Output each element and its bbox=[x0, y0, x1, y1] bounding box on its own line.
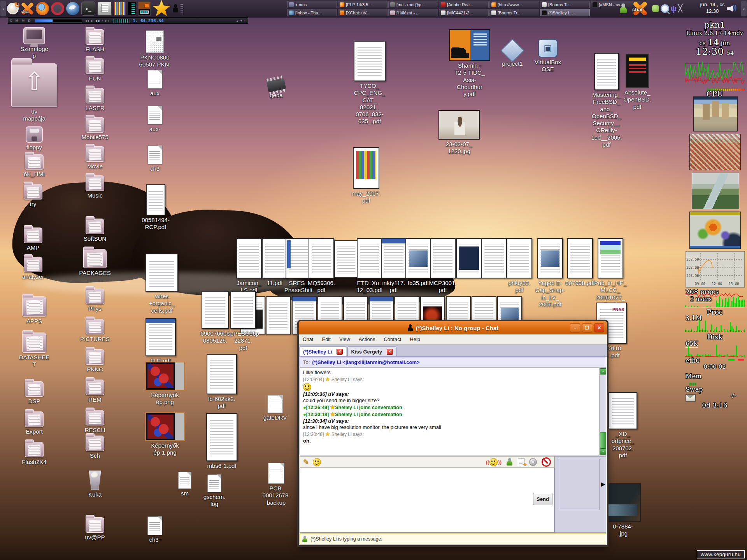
green-bubble-icon[interactable] bbox=[652, 5, 659, 12]
menu-item-view[interactable]: View bbox=[339, 336, 350, 342]
desktop-icon[interactable]: Phys bbox=[72, 289, 118, 312]
taskbar-task[interactable]: [http://www... bbox=[489, 1, 539, 8]
desktop-icon[interactable]: PKNC0800 60507 PKN. xls bbox=[132, 30, 178, 75]
panel-collapse-right[interactable]: › bbox=[741, 1, 747, 16]
desktop-icon[interactable]: Képernyők ép.png bbox=[142, 362, 188, 406]
desktop-icon[interactable]: Absolute_ OpenBSD. pdf bbox=[614, 54, 661, 110]
vis-brown-icon[interactable] bbox=[138, 2, 151, 16]
desktop-icon[interactable]: uv mappája bbox=[11, 63, 58, 122]
desktop-icon[interactable]: ch3 bbox=[132, 145, 178, 172]
send-button[interactable]: Send bbox=[533, 493, 552, 505]
menu-item-actions[interactable]: Actions bbox=[359, 336, 375, 342]
xchat-logo-icon[interactable]: chat bbox=[629, 0, 651, 17]
desktop-icon[interactable]: TYCO_ CPC_ENG_ CAT_ 82021_ 0706_032- 035… bbox=[346, 41, 393, 125]
taskbar-task[interactable]: [mc - root@p... bbox=[388, 1, 438, 8]
desktop-icon[interactable]: analyzer bbox=[10, 257, 56, 280]
desktop-icon[interactable]: PACKAGES bbox=[72, 249, 118, 276]
desktop-icon[interactable]: aux- bbox=[132, 106, 178, 133]
volume-speaker-icon[interactable] bbox=[727, 3, 740, 14]
menu-item-contact[interactable]: Contact bbox=[384, 336, 401, 342]
desktop-icon[interactable]: gateDRV bbox=[252, 395, 298, 421]
desktop-icon[interactable]: Sch bbox=[72, 436, 118, 459]
spectrum-icon[interactable] bbox=[114, 2, 126, 16]
desktop-icon[interactable]: ch3- bbox=[132, 516, 178, 543]
desktop-icon[interactable]: lb-602ak2. pdf bbox=[198, 354, 245, 410]
scroll-thumb[interactable] bbox=[600, 432, 606, 448]
antenna-icon[interactable]: ψ bbox=[671, 4, 677, 13]
desktop-icon[interactable]: geda bbox=[253, 80, 300, 99]
taskbar-task[interactable]: [Bourns Tr... bbox=[540, 1, 590, 8]
desktop-icon[interactable]: Movie bbox=[72, 146, 118, 170]
scroll-down-icon[interactable]: ▼ bbox=[600, 448, 606, 455]
taskbar-task[interactable]: [Hálózat - ... bbox=[388, 9, 438, 16]
chat-tab[interactable]: Kiss Gergely✕ bbox=[347, 346, 396, 356]
desktop-icon[interactable]: gschem. log bbox=[191, 474, 238, 508]
taskbar-task[interactable]: [ELP 14/3,5... bbox=[338, 1, 388, 8]
desktop-icon[interactable]: Export bbox=[11, 411, 58, 435]
taskbar-task[interactable]: [Inbox - Thu... bbox=[287, 9, 337, 16]
magnifier-icon[interactable] bbox=[661, 4, 669, 13]
desktop-icon[interactable]: wires +organic_ cells.pdf bbox=[139, 254, 185, 314]
desktop-icon[interactable]: Music bbox=[72, 175, 118, 199]
desktop-icon[interactable]: PKNC bbox=[72, 349, 118, 373]
desktop-icon[interactable]: Shamin - T2-5 TIDC_ Asia- Choudhur y.pdf bbox=[446, 29, 493, 98]
satellite-icon[interactable]: ╳ bbox=[678, 4, 682, 13]
desktop-icon[interactable]: uv@PP bbox=[72, 517, 118, 541]
close-button[interactable]: ✕ bbox=[594, 323, 604, 332]
desktop-icon[interactable]: 23-03-07_ 1220.jpg bbox=[436, 110, 482, 155]
taskbar-task[interactable]: [Bourns Tr... bbox=[489, 9, 539, 16]
person-mini-icon[interactable] bbox=[172, 4, 179, 13]
menu-item-chat[interactable]: Chat bbox=[303, 336, 313, 342]
webcam-icon[interactable] bbox=[529, 458, 537, 466]
desktop-icon[interactable]: DATASHEE T bbox=[11, 332, 58, 368]
panel-collapse-left[interactable]: ‹ bbox=[0, 1, 6, 16]
scrollbar[interactable]: ▲ ▼ bbox=[599, 368, 606, 455]
send-file-icon[interactable] bbox=[518, 458, 524, 466]
taskbar-task[interactable]: [XChat: uV... bbox=[338, 9, 388, 16]
desktop-icon[interactable]: Kuka bbox=[72, 471, 118, 498]
taskbar-task[interactable]: (*)Shelley L... bbox=[540, 9, 590, 16]
desktop-icon[interactable]: Számítógé p bbox=[11, 27, 58, 60]
chat-tab[interactable]: (*)Shelley Li✕ bbox=[300, 346, 346, 356]
app-finder-icon[interactable] bbox=[7, 3, 19, 14]
desktop-icon[interactable]: 00581494- RCP.pdf bbox=[132, 184, 179, 231]
thunderbird-icon[interactable] bbox=[66, 2, 79, 15]
taskbar-task[interactable]: [Adobe Rea... bbox=[439, 1, 489, 8]
desktop-icon[interactable]: SoftSUN bbox=[72, 219, 118, 242]
menu-item-edit[interactable]: Edit bbox=[322, 336, 330, 342]
font-pencil-icon[interactable]: ✎ bbox=[303, 458, 309, 466]
firefox-icon[interactable] bbox=[36, 2, 49, 15]
desktop-icon[interactable]: try bbox=[10, 184, 56, 208]
desktop-icon[interactable]: REM bbox=[72, 380, 118, 403]
xchat-icon[interactable]: chat bbox=[21, 2, 34, 15]
desktop-icon[interactable]: FUN bbox=[72, 58, 118, 82]
desktop-icon[interactable]: FUT.pdf bbox=[137, 318, 184, 364]
desktop-icon[interactable]: ▣VirtualBox OSE bbox=[524, 39, 571, 73]
desktop-icon[interactable]: Képernyők ép-1.png bbox=[142, 412, 188, 457]
xmms-shade-buttons[interactable]: ▴ ▾ ▪ bbox=[237, 19, 246, 23]
vis-dark-icon[interactable] bbox=[128, 2, 136, 16]
xmms-shade-window[interactable]: X M M S ◂◂ ▸ ▮▮ ▪ ▸▸ 1. 64.236.34 ▴ ▾ ▪ bbox=[8, 18, 248, 24]
amsn-person-icon[interactable] bbox=[619, 4, 627, 14]
desktop-icon[interactable]: Flash2K4 bbox=[11, 442, 58, 466]
desktop-icon[interactable]: LASER bbox=[72, 88, 118, 112]
tab-close-icon[interactable]: ✕ bbox=[387, 349, 393, 355]
desktop-icon[interactable]: APPS bbox=[11, 296, 58, 325]
smiley-icon[interactable] bbox=[313, 458, 321, 466]
nudge-icon[interactable]: (()) bbox=[486, 458, 502, 466]
desktop-icon[interactable]: cpPESC06p 22871. pdf bbox=[220, 291, 267, 352]
printer-icon[interactable] bbox=[97, 1, 112, 16]
desktop-icon[interactable]: mbs6-1.pdf bbox=[198, 413, 245, 469]
desktop-icon[interactable]: PCB. 00012678. backup bbox=[253, 463, 300, 506]
desktop-icon[interactable]: Mobile575 bbox=[72, 117, 118, 141]
desktop-icon[interactable]: FLASH bbox=[72, 29, 118, 53]
star-icon[interactable] bbox=[153, 0, 170, 17]
maximize-button[interactable]: ❒ bbox=[582, 323, 592, 332]
desktop-icon[interactable]: AMP bbox=[10, 228, 56, 251]
block-icon[interactable] bbox=[542, 457, 551, 467]
desktop-icon[interactable]: PICTURES bbox=[72, 319, 118, 343]
scroll-up-icon[interactable]: ▲ bbox=[600, 368, 606, 374]
message-input[interactable]: Send bbox=[300, 468, 554, 533]
desktop-icon[interactable]: aux bbox=[132, 70, 178, 97]
invite-contact-icon[interactable] bbox=[506, 458, 513, 466]
